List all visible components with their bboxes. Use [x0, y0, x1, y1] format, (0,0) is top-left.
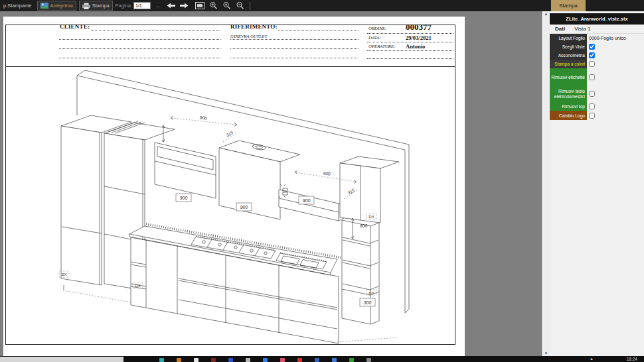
more-pages-button[interactable]: ...: [153, 1, 163, 11]
layout-foglio-button[interactable]: Layout Foglio: [550, 34, 587, 42]
taskbar-tray-caret-icon[interactable]: ▲: [590, 357, 594, 361]
dim-900-box-c: 900: [303, 198, 311, 203]
label-dx-left: DX: [135, 284, 140, 288]
taskbar-app-icon[interactable]: [228, 358, 233, 362]
cliente-label: CLIENTE:: [60, 23, 90, 30]
next-page-button[interactable]: [179, 1, 189, 11]
zoom-dynamic-icon: [222, 1, 231, 10]
zoom-out-button[interactable]: [234, 1, 245, 11]
arrow-right-icon: [180, 3, 189, 9]
dotted-line: [367, 42, 453, 42]
dotted-line: [230, 58, 359, 58]
rimuovi-etichette-button[interactable]: Rimuovi etichette: [550, 68, 587, 86]
stampa-a-colori-checkbox[interactable]: [589, 61, 595, 67]
dim-900-box-a: 900: [180, 196, 188, 200]
taskbar-app-icon[interactable]: [366, 358, 371, 362]
data-value: 29/03/2021: [406, 34, 432, 41]
page-input[interactable]: [133, 2, 151, 9]
page-label: Pagina: [116, 3, 131, 9]
fit-page-button[interactable]: [195, 1, 205, 11]
label-sx: SX: [61, 272, 66, 276]
tab-vista-1[interactable]: Vista 1: [574, 26, 590, 32]
taskbar-window-strip: [0, 357, 123, 362]
taskbar-app-icons[interactable]: [159, 358, 371, 362]
assonometria-checkbox[interactable]: [589, 52, 595, 58]
preview-image-icon: [40, 3, 48, 9]
dotted-line: [59, 58, 220, 58]
taskbar-app-icon[interactable]: [332, 358, 337, 362]
data-label: DATA:: [368, 35, 381, 40]
scegli-viste-checkbox[interactable]: [589, 44, 595, 50]
tab-stampa[interactable]: Stampa: [551, 0, 586, 11]
taskbar-app-icon[interactable]: [297, 358, 302, 362]
dim-900-top: 900: [199, 115, 207, 120]
print-preview-canvas: CLIENTE: RIFERIMENTO: GINEVRA OUTLET ORD…: [0, 11, 542, 356]
wall-unit-open: [155, 125, 216, 198]
printer-setup-label: p.Stampante: [3, 3, 32, 9]
dotted-line: [92, 30, 220, 30]
dotted-line: [367, 50, 453, 51]
arrow-left-icon: [167, 3, 175, 9]
taskbar-app-icon[interactable]: [246, 358, 250, 362]
ordine-value: 000377: [406, 22, 432, 32]
tab-dati[interactable]: Dati: [555, 26, 565, 32]
riferimento-value: GINEVRA OUTLET: [230, 34, 267, 38]
zoom-dynamic-button[interactable]: [221, 1, 232, 11]
print-button[interactable]: Stampa: [79, 1, 113, 11]
cambio-logo-checkbox[interactable]: [589, 113, 595, 119]
vertical-scrollbar[interactable]: ▲ ▼: [542, 11, 550, 356]
dotted-line: [230, 39, 359, 40]
scegli-viste-button[interactable]: Scegli Viste: [550, 42, 587, 51]
dim-900-box-b: 900: [240, 205, 248, 210]
preview-label: Anteprima: [50, 3, 73, 9]
dotted-line: [230, 48, 359, 49]
zoom-in-icon: [209, 1, 218, 10]
taskbar-app-icon[interactable]: [211, 358, 216, 362]
taskbar-app-icon[interactable]: [263, 358, 268, 362]
kitchen-drawing: 900 315 900 900 900 315 900 600 300 SX D…: [27, 66, 465, 345]
os-taskbar: ▲ 18:24: [0, 356, 644, 362]
taskbar-app-icon[interactable]: [159, 358, 164, 362]
toolbar-separator: [250, 2, 250, 10]
dotted-line: [367, 58, 453, 59]
printer-icon: [82, 3, 90, 9]
dim-600: 600: [360, 223, 368, 228]
taskbar-app-icon[interactable]: [315, 358, 319, 362]
taskbar-app-icon[interactable]: [194, 358, 199, 362]
zoom-out-icon: [236, 1, 244, 10]
scroll-up-icon[interactable]: ▲: [542, 12, 550, 16]
toolbar: p.Stampante Anteprima Stampa Pagina ...: [0, 0, 644, 11]
rimuovi-testo-elettrodomestici-checkbox[interactable]: [589, 91, 595, 97]
cambio-logo-button[interactable]: Cambio Logo: [550, 111, 587, 120]
dotted-line: [367, 33, 453, 34]
preview-button[interactable]: Anteprima: [37, 1, 76, 11]
dotted-line: [278, 30, 359, 30]
dim-315-left: 315: [225, 130, 234, 138]
file-title: ZLite_Aranworld_viste.stx: [550, 13, 644, 25]
dotted-line: [59, 48, 220, 49]
scroll-down-icon[interactable]: ▼: [542, 351, 550, 355]
label-dx-upper: DX: [368, 215, 374, 219]
dim-900-right: 900: [323, 170, 331, 176]
rimuovi-etichette-checkbox[interactable]: [589, 74, 595, 80]
rimuovi-top-checkbox[interactable]: [589, 103, 595, 109]
rimuovi-top-button[interactable]: Rimuovi top: [550, 101, 587, 111]
stampa-a-colori-button[interactable]: Stampa a colori: [550, 60, 587, 68]
printer-setup-button[interactable]: p.Stampante: [1, 1, 35, 11]
label-dx-lower: DX: [368, 291, 374, 295]
operatore-value: Antonio: [406, 43, 425, 50]
taskbar-app-icon[interactable]: [177, 358, 181, 362]
document-page: CLIENTE: RIFERIMENTO: GINEVRA OUTLET ORD…: [3, 17, 465, 356]
taskbar-app-icon[interactable]: [280, 358, 285, 362]
operatore-label: OPERATORE:: [368, 44, 395, 48]
riferimento-label: RIFERIMENTO:: [230, 23, 278, 30]
assonometria-button[interactable]: Assonometria: [550, 51, 587, 60]
rimuovi-testo-elettrodomestici-button[interactable]: Rimuovi testo elettrodomestici: [550, 86, 587, 101]
zoom-in-button[interactable]: [208, 1, 218, 11]
print-label: Stampa: [92, 3, 110, 9]
layout-foglio-value[interactable]: 0000-Foglio unico: [589, 36, 626, 40]
taskbar-app-icon[interactable]: [349, 358, 354, 362]
taskbar-clock: 18:24: [627, 357, 637, 361]
previous-page-button[interactable]: [165, 1, 176, 11]
fit-page-icon: [195, 2, 204, 9]
